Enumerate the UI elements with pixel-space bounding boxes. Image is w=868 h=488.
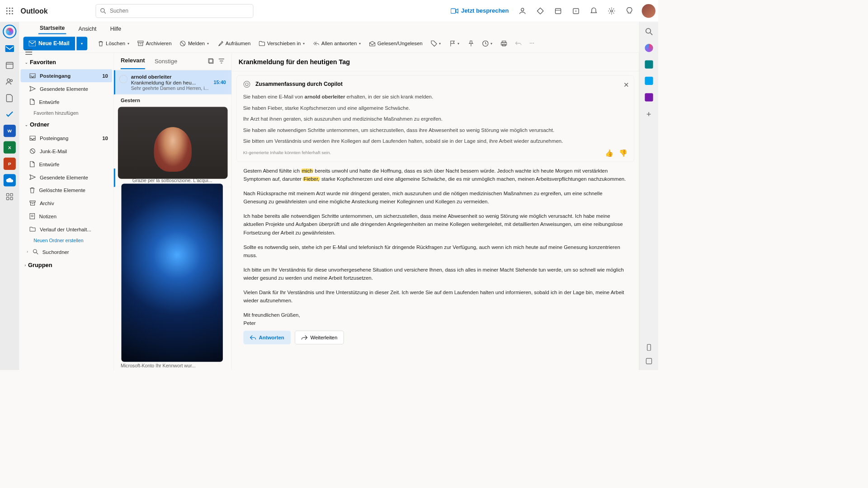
message-subject: Krankmeldung für den heu...: [131, 80, 196, 85]
day-icon[interactable]: [550, 3, 566, 19]
copilot-title: Zusammenfassung durch Copilot: [255, 81, 343, 88]
svg-rect-23: [6, 193, 9, 196]
close-icon[interactable]: ✕: [623, 80, 629, 89]
svg-point-55: [244, 81, 250, 88]
add-favorite-link[interactable]: Favoriten hinzufügen: [20, 108, 112, 118]
thumbs-up-icon[interactable]: 👍: [605, 149, 613, 157]
folder-inbox[interactable]: Posteingang10: [20, 131, 112, 145]
planner-rail-icon[interactable]: [645, 60, 653, 68]
copilot-line: Sie bitten um Verständnis und werden ihr…: [243, 137, 628, 145]
tips-icon[interactable]: [621, 3, 637, 19]
folder-inbox-fav[interactable]: Posteingang10: [20, 69, 112, 82]
ribbon-tab-view[interactable]: Ansicht: [77, 24, 98, 34]
folder-junk[interactable]: Junk-E-Mail: [20, 145, 112, 158]
mail-icon: [29, 41, 36, 46]
people-app-icon[interactable]: [4, 75, 16, 88]
favorites-section[interactable]: ⌄Favoriten: [20, 56, 112, 69]
report-button[interactable]: Melden▾: [176, 37, 212, 50]
search-input[interactable]: [110, 8, 249, 14]
flag-button[interactable]: ▾: [446, 37, 463, 50]
hamburger-icon[interactable]: [24, 47, 34, 57]
new-mail-dropdown[interactable]: ▾: [76, 37, 87, 50]
folder-history[interactable]: Verlauf der Unterhalt...: [20, 223, 112, 236]
word-app-icon[interactable]: W: [4, 125, 16, 137]
meet-now-button[interactable]: Jetzt besprechen: [447, 7, 513, 14]
todo-app-icon[interactable]: [4, 108, 16, 121]
video-overlay-2[interactable]: [121, 183, 222, 361]
svg-rect-5: [12, 10, 13, 11]
reply-all-button[interactable]: Allen antworten▾: [310, 37, 364, 50]
copilot-line: Sie haben alle notwendigen Schritte unte…: [243, 126, 628, 134]
powerpoint-app-icon[interactable]: P: [4, 158, 16, 170]
svg-text:+: +: [575, 9, 577, 14]
ribbon-tab-help[interactable]: Hilfe: [109, 24, 123, 34]
more-apps-icon[interactable]: [4, 191, 16, 203]
ribbon-tab-home[interactable]: Startseite: [38, 23, 66, 34]
thumbs-down-icon[interactable]: 👎: [619, 149, 627, 157]
teams-icon[interactable]: [514, 3, 530, 19]
folder-drafts[interactable]: Entwürfe: [20, 158, 112, 171]
date-separator: Gestern: [114, 94, 231, 106]
reply-all-icon: [313, 40, 320, 47]
undo-button[interactable]: [512, 37, 525, 50]
folder-notes[interactable]: Notizen: [20, 210, 112, 223]
message-list: Relevant Sonstige arnold oberleiter Kran…: [114, 53, 232, 370]
phone-rail-icon[interactable]: [645, 344, 652, 351]
files-app-icon[interactable]: [4, 92, 16, 104]
home-circle-icon[interactable]: [3, 25, 16, 38]
folders-section[interactable]: ⌄Ordner: [20, 118, 112, 131]
onedrive-app-icon[interactable]: [4, 174, 16, 186]
folder-drafts-fav[interactable]: Entwürfe: [20, 95, 112, 108]
calendar-add-icon[interactable]: +: [568, 3, 584, 19]
move-to-button[interactable]: Verschieben in▾: [255, 37, 308, 50]
diamond-icon[interactable]: [532, 3, 548, 19]
user-avatar[interactable]: [642, 4, 656, 18]
print-button[interactable]: [497, 37, 510, 50]
app-launcher[interactable]: [3, 4, 16, 18]
search-rail-icon[interactable]: [645, 28, 653, 36]
folder-archive[interactable]: Archiv: [20, 197, 112, 210]
delete-button[interactable]: Löschen▾: [94, 37, 132, 50]
archive-button[interactable]: Archivieren: [134, 37, 175, 50]
svg-rect-19: [6, 62, 13, 69]
add-rail-icon[interactable]: +: [646, 110, 651, 119]
notifications-icon[interactable]: [585, 3, 602, 19]
trash-icon: [29, 187, 35, 193]
message-item[interactable]: arnold oberleiter Krankmeldung für den h…: [114, 70, 231, 94]
groups-section[interactable]: ›Gruppen: [20, 258, 112, 272]
sweep-button[interactable]: Aufräumen: [214, 37, 254, 50]
bookings-rail-icon[interactable]: [645, 77, 653, 85]
msglist-tab-other[interactable]: Sonstige: [155, 54, 177, 69]
select-all-icon[interactable]: [208, 58, 214, 65]
onenote-rail-icon[interactable]: [645, 93, 653, 101]
folder-deleted[interactable]: Gelöschte Elemente: [20, 183, 112, 197]
message-checkbox[interactable]: [119, 75, 127, 83]
video-overlay-1[interactable]: [118, 107, 228, 179]
search-box[interactable]: [96, 4, 254, 18]
more-button[interactable]: ⋯: [526, 37, 538, 50]
tag-button[interactable]: ▾: [427, 37, 444, 50]
forward-button[interactable]: Weiterleiten: [295, 330, 344, 344]
read-unread-button[interactable]: Gelesen/Ungelesen: [366, 37, 426, 50]
msglist-tab-focused[interactable]: Relevant: [121, 53, 145, 70]
svg-point-48: [33, 249, 37, 253]
pin-button[interactable]: [464, 37, 477, 50]
folder-sent[interactable]: Gesendete Elemente: [20, 171, 112, 184]
reply-button[interactable]: Antworten: [243, 330, 291, 344]
tools-rail-icon[interactable]: [645, 358, 652, 365]
copilot-rail-icon[interactable]: [645, 44, 653, 52]
folder-sent-fav[interactable]: Gesendete Elemente: [20, 82, 112, 95]
search-folders[interactable]: ›Suchordner: [20, 245, 112, 258]
inbox-icon: [29, 136, 36, 141]
svg-point-17: [611, 10, 613, 12]
pin-icon: [468, 40, 474, 47]
excel-app-icon[interactable]: X: [4, 141, 16, 153]
new-folder-link[interactable]: Neuen Ordner erstellen: [20, 236, 112, 245]
mail-app-icon[interactable]: [4, 42, 16, 55]
calendar-app-icon[interactable]: [4, 59, 16, 71]
filter-icon[interactable]: [218, 58, 225, 64]
forward-icon: [302, 335, 308, 340]
search-icon: [100, 8, 107, 14]
snooze-button[interactable]: ▾: [479, 37, 496, 50]
settings-icon[interactable]: [604, 3, 620, 19]
